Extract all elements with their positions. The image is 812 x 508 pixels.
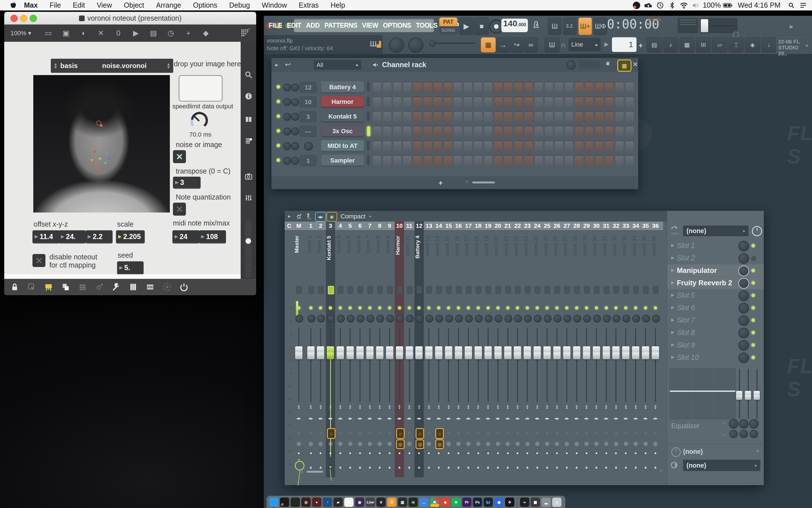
track-arm-icon[interactable]: ⌂ (475, 428, 482, 437)
stereo-separation-icon[interactable]: ▲▼ (405, 405, 414, 410)
channel-link-arrows[interactable]: ◀▶ (385, 417, 394, 420)
channel-name-button[interactable]: Battery 4 (321, 81, 364, 93)
info-icon[interactable] (244, 91, 253, 101)
volume-fader[interactable] (632, 346, 639, 359)
snap-selector[interactable]: Line▸ (569, 38, 601, 51)
stereo-separation-icon[interactable]: ▲▼ (385, 405, 394, 410)
stereo-separation-icon[interactable]: ▲▼ (612, 405, 621, 410)
step-cell[interactable] (393, 82, 402, 93)
step-cell[interactable] (595, 126, 603, 137)
offset-y-numberbox[interactable]: ▶24. (59, 230, 86, 244)
step-edit-button[interactable]: ▦ (481, 37, 496, 52)
step-cell[interactable] (514, 82, 523, 93)
step-cell[interactable] (474, 82, 482, 93)
slot-label[interactable]: Slot 9 (677, 341, 695, 349)
track-slot-box[interactable] (643, 286, 649, 294)
stereo-separation-icon[interactable]: ▲▼ (316, 405, 325, 410)
track-number[interactable]: M (294, 221, 304, 230)
track-number[interactable]: 30 (592, 221, 601, 230)
slot-mix-knob[interactable] (738, 290, 749, 301)
stereo-separation-icon[interactable]: ▲▼ (543, 405, 552, 410)
metronome-icon[interactable] (531, 20, 541, 29)
channel-link-arrows[interactable]: ◀▶ (326, 417, 335, 420)
dock-app-premiere-pro[interactable]: Pr (462, 498, 471, 507)
grid-icon[interactable] (78, 282, 87, 292)
track-name[interactable]: Insert 17 (463, 236, 473, 283)
step-jump-button[interactable]: → (496, 37, 510, 52)
volume-fader[interactable] (524, 346, 531, 359)
track-slot-box[interactable] (564, 286, 570, 294)
step-cell[interactable] (444, 82, 452, 93)
track-number[interactable]: 15 (444, 221, 453, 230)
stereo-separation-icon[interactable]: ▲▼ (356, 405, 365, 410)
menu-item-max[interactable]: Max (18, 1, 44, 9)
disk-record-icon[interactable]: ◎ (544, 439, 550, 447)
step-cell[interactable] (565, 82, 573, 93)
transpose-numberbox[interactable]: ▶3 (173, 177, 200, 189)
track-slot-box[interactable] (416, 286, 422, 294)
mixer-track-27[interactable]: 27Insert 27▲▼◀▶⌂◎▲ (562, 221, 571, 477)
step-cell[interactable] (444, 96, 452, 107)
step-cell[interactable] (504, 96, 512, 107)
volume-fader[interactable] (494, 346, 502, 359)
track-pan-knob[interactable] (386, 315, 394, 323)
step-cell[interactable] (545, 111, 553, 122)
dock-app-dark-utility[interactable] (290, 498, 300, 507)
step-cell[interactable] (545, 96, 553, 107)
master-volume-slider[interactable] (700, 18, 737, 33)
disk-record-icon[interactable]: ◎ (534, 439, 541, 447)
route-to-master-arrow[interactable]: ▲ (562, 465, 571, 469)
track-slot-box[interactable] (456, 286, 462, 294)
step-cell[interactable] (444, 155, 452, 166)
channel-midi-knob[interactable] (304, 142, 313, 151)
shuffle-slider-handle[interactable] (429, 40, 435, 47)
disk-record-icon[interactable]: ◎ (327, 439, 334, 447)
channel-pan-knob[interactable] (283, 113, 291, 121)
disk-record-icon[interactable]: ◎ (455, 439, 462, 447)
track-pan-knob[interactable] (308, 315, 315, 323)
track-slot-box[interactable] (594, 286, 599, 294)
slot-mix-knob[interactable] (738, 303, 749, 313)
midi-max-numberbox[interactable]: ▶108 (199, 230, 226, 244)
paint-icon[interactable]: ◆ (197, 29, 215, 38)
route-to-master-arrow[interactable]: ▲ (552, 465, 562, 469)
route-to-master-arrow[interactable]: ▲ (414, 465, 424, 469)
step-cell[interactable] (514, 140, 523, 151)
number-box-icon[interactable]: 0 (109, 29, 127, 38)
slot-label[interactable]: Slot 6 (677, 304, 695, 312)
message-icon[interactable]: ▣ (57, 29, 75, 38)
channel-enable-led[interactable] (276, 85, 280, 89)
stereo-separation-icon[interactable]: ▲▼ (424, 405, 434, 410)
step-cell[interactable] (373, 155, 381, 166)
mixer-sliders-icon[interactable] (244, 193, 253, 203)
step-cell[interactable] (403, 126, 411, 137)
slot-enable-led[interactable] (751, 331, 755, 334)
track-pan-knob[interactable] (495, 315, 502, 323)
route-to-master-arrow[interactable]: ▲ (336, 465, 345, 469)
track-mute-led[interactable] (477, 306, 480, 309)
step-cell[interactable] (454, 111, 462, 122)
volume-fader[interactable] (396, 346, 403, 359)
track-slot-box[interactable] (348, 286, 353, 294)
volume-fader[interactable] (445, 346, 452, 359)
step-cell[interactable] (595, 96, 603, 107)
wrench-icon[interactable] (111, 282, 121, 292)
disk-record-icon[interactable]: ◎ (613, 439, 619, 447)
step-cell[interactable] (413, 96, 421, 107)
track-slot-box[interactable] (377, 286, 383, 294)
step-cell[interactable] (484, 140, 492, 151)
mixer-track-24[interactable]: 24Insert 24▲▼◀▶⌂◎▲ (533, 221, 542, 477)
step-cell[interactable] (413, 155, 421, 166)
slot-arrow-icon[interactable]: ▶ (671, 243, 674, 248)
stereo-separation-icon[interactable]: ▲▼ (326, 405, 335, 410)
channel-select-indicator[interactable] (367, 82, 370, 92)
mixer-track-34[interactable]: 34Insert 34▲▼◀▶⌂◎▲ (631, 221, 640, 477)
apple-menu-icon[interactable] (8, 1, 18, 10)
stereo-separation-icon[interactable]: ▲▼ (395, 405, 404, 410)
step-cell[interactable] (434, 111, 442, 122)
volume-fader[interactable] (415, 346, 423, 359)
stereo-separation-icon[interactable]: ▲▼ (601, 405, 611, 410)
channel-link-arrows[interactable]: ◀▶ (294, 417, 304, 420)
track-slot-box[interactable] (387, 286, 393, 294)
delay-clock-icon[interactable] (752, 226, 762, 236)
